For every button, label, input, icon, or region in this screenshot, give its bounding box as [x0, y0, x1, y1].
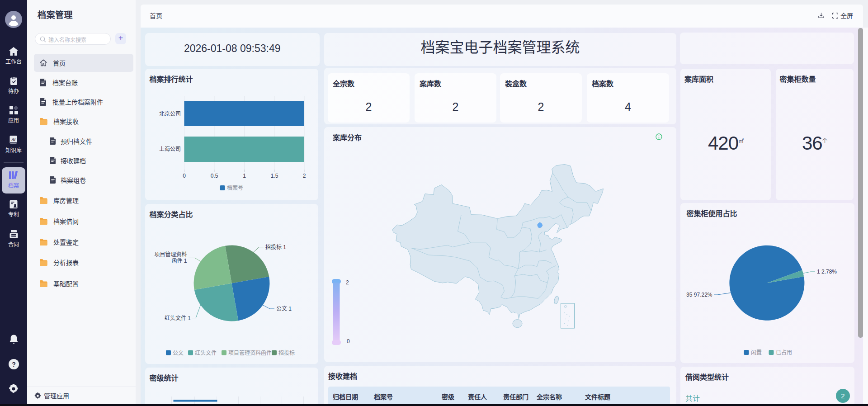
svg-text:红头文件: 红头文件	[195, 349, 217, 356]
svg-text:闲置: 闲置	[751, 349, 762, 356]
svg-text:项目管理资料函件: 项目管理资料函件	[228, 349, 272, 356]
svg-text:35 97.22%: 35 97.22%	[686, 292, 712, 298]
svg-text:0.5: 0.5	[210, 173, 218, 179]
svg-text:北京公司: 北京公司	[159, 111, 180, 117]
svg-text:档案号: 档案号	[227, 184, 243, 191]
svg-text:项目管理资料: 项目管理资料	[154, 251, 187, 258]
svg-text:1: 1	[243, 173, 246, 179]
svg-text:函件 1: 函件 1	[171, 258, 187, 264]
svg-text:AI: AI	[11, 137, 15, 142]
svg-text:红头文件 1: 红头文件 1	[164, 314, 190, 321]
svg-text:招投标 1: 招投标 1	[265, 243, 286, 250]
svg-text:公文: 公文	[173, 349, 184, 356]
svg-text:公文 1: 公文 1	[276, 305, 292, 312]
svg-text:0: 0	[347, 338, 350, 345]
svg-text:上海公司: 上海公司	[159, 146, 180, 152]
svg-text:已占用: 已占用	[776, 349, 792, 356]
svg-text:招投标: 招投标	[278, 349, 295, 356]
svg-text:?: ?	[12, 361, 16, 368]
svg-text:1 2.78%: 1 2.78%	[817, 269, 837, 275]
svg-text:1.5: 1.5	[270, 173, 278, 179]
svg-text:0: 0	[183, 173, 186, 179]
svg-text:2: 2	[346, 279, 349, 286]
svg-text:2: 2	[302, 173, 306, 179]
